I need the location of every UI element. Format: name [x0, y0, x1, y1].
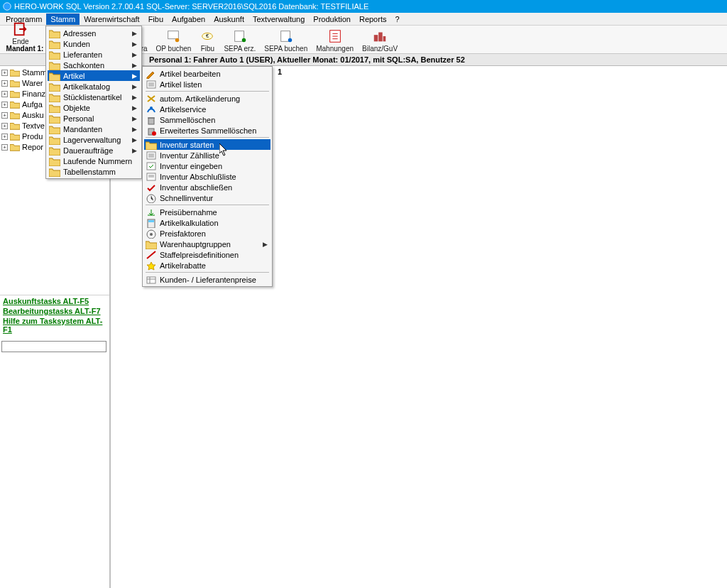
- menu-item-warenhauptgruppen[interactable]: Warenhauptgruppen▶: [144, 239, 270, 249]
- menu-item-label: autom. Artikeländerung: [160, 94, 240, 103]
- menu-item-artikel-bearbeiten[interactable]: Artikel bearbeiten: [144, 68, 270, 79]
- menu-item-label: Artikel bearbeiten: [160, 70, 221, 78]
- menu-item-st-cklistenartikel[interactable]: Stücklistenartikel▶: [48, 92, 140, 102]
- menu-warenwirtschaft[interactable]: Warenwirtschaft: [80, 13, 143, 25]
- tool-icon: [165, 28, 181, 44]
- toolbar-sepa-buchen[interactable]: SEPA buchen: [264, 28, 307, 53]
- menu-textverwaltung[interactable]: Textverwaltung: [248, 13, 309, 25]
- toolbar-label: SEPA buchen: [264, 45, 307, 53]
- menu-aufgaben[interactable]: Aufgaben: [168, 13, 209, 25]
- tree-label: Aufga: [22, 100, 43, 109]
- menu-item-label: Daueraufträge: [63, 146, 113, 155]
- menu-item-lagerverwaltung[interactable]: Lagerverwaltung▶: [48, 134, 140, 145]
- svg-point-7: [175, 38, 180, 43]
- menu-item-artikelkatalog[interactable]: Artikelkatalog▶: [48, 81, 140, 92]
- item-icon: [146, 218, 157, 228]
- search-input[interactable]: [1, 341, 106, 352]
- submenu-arrow-icon: ▶: [132, 104, 137, 111]
- expand-icon[interactable]: +: [1, 70, 8, 76]
- menu-item-inventur-abschlie-en[interactable]: Inventur abschließen: [144, 182, 270, 192]
- menu-item-lieferanten[interactable]: Lieferanten▶: [48, 49, 140, 60]
- expand-icon[interactable]: +: [1, 134, 8, 140]
- toolbar-fibu[interactable]: €Fibu: [199, 28, 215, 53]
- menu-item-label: Mandanten: [63, 125, 102, 134]
- tree-label: Textve: [22, 121, 45, 130]
- search-box: [1, 341, 108, 352]
- titlebar: HERO-WORK SQL Version 2.7.00.41 SQL-Serv…: [0, 0, 727, 13]
- menu-item-kunden-lieferantenpreise[interactable]: Kunden- / Lieferantenpreise: [144, 274, 270, 285]
- svg-rect-20: [148, 118, 154, 124]
- menu-item-inventur-starten[interactable]: Inventur starten: [144, 139, 270, 150]
- svg-point-13: [288, 38, 292, 43]
- task-links: Auskunftstasks ALT-F5Bearbeitungstasks A…: [0, 295, 109, 339]
- menu-item-label: Laufende Nummern: [63, 157, 132, 165]
- item-icon: [49, 156, 60, 166]
- menu-item-mandanten[interactable]: Mandanten▶: [48, 124, 140, 134]
- expand-icon[interactable]: +: [1, 144, 8, 151]
- menu-?[interactable]: ?: [390, 13, 403, 25]
- menu-item-kunden[interactable]: Kunden▶: [48, 38, 140, 49]
- menu-item-inventur-abschlu-liste[interactable]: Inventur Abschlußliste: [144, 171, 270, 182]
- expand-icon[interactable]: +: [1, 102, 8, 108]
- task-link[interactable]: Auskunftstasks ALT-F5: [3, 297, 106, 305]
- folder-icon: [10, 100, 20, 109]
- task-link[interactable]: Bearbeitungstasks ALT-F7: [3, 307, 106, 315]
- task-link[interactable]: Hilfe zum Tasksystem ALT-F1: [3, 317, 106, 334]
- toolbar-sepa-erz-[interactable]: SEPA erz.: [224, 28, 256, 53]
- exit-icon: [13, 21, 28, 37]
- svg-point-22: [152, 131, 156, 136]
- svg-point-0: [4, 3, 11, 11]
- menu-item-erweitertes-sammell-schen[interactable]: Erweitertes Sammellöschen: [144, 125, 270, 136]
- menu-item-preis-bernahme[interactable]: Preisübernahme: [144, 207, 270, 217]
- svg-rect-16: [378, 33, 383, 42]
- menu-item-inventur-eingeben[interactable]: Inventur eingeben: [144, 160, 270, 171]
- menu-item-artikelkalkulation[interactable]: Artikelkalkulation: [144, 217, 270, 228]
- menu-item-adressen[interactable]: Adressen▶: [48, 28, 140, 38]
- toolbar-bilanz-guv[interactable]: Bilanz/GuV: [362, 28, 398, 53]
- menu-item-laufende-nummern[interactable]: Laufende Nummern: [48, 156, 140, 166]
- menu-item-preisfaktoren[interactable]: Preisfaktoren: [144, 228, 270, 239]
- menu-auskunft[interactable]: Auskunft: [209, 13, 248, 25]
- menu-item-autom-artikel-nderung[interactable]: autom. Artikeländerung: [144, 93, 270, 104]
- tree-label: Stamm: [22, 68, 47, 77]
- menu-item-objekte[interactable]: Objekte▶: [48, 102, 140, 113]
- toolbar-ende[interactable]: Ende: [12, 21, 28, 45]
- toolbar-mahnungen[interactable]: Mahnungen: [316, 28, 354, 53]
- menu-item-tabellenstamm[interactable]: Tabellenstamm: [48, 166, 140, 177]
- menu-item-label: Staffelpreisdefinitionen: [160, 251, 239, 259]
- menu-item-label: Sachkonten: [63, 61, 104, 70]
- menu-item-label: Artikelkalkulation: [160, 219, 219, 227]
- menu-item-artikel-listen[interactable]: Artikel listen: [144, 79, 270, 89]
- menu-item-personal[interactable]: Personal▶: [48, 113, 140, 124]
- menu-item-staffelpreisdefinitionen[interactable]: Staffelpreisdefinitionen: [144, 249, 270, 260]
- menu-stamm: Adressen▶Kunden▶Lieferanten▶Sachkonten▶A…: [45, 26, 142, 179]
- submenu-arrow-icon: ▶: [132, 94, 137, 101]
- item-icon: [146, 80, 157, 89]
- menu-separator: [146, 272, 269, 273]
- toolbar-label: Fibu: [201, 45, 214, 53]
- expand-icon[interactable]: +: [1, 91, 8, 97]
- menu-stamm[interactable]: Stamm: [46, 13, 80, 25]
- menu-item-artikelrabatte[interactable]: Artikelrabatte: [144, 260, 270, 271]
- menu-item-inventur-z-hlliste[interactable]: Inventur Zählliste: [144, 150, 270, 160]
- menu-item-artikelservice[interactable]: Artikelservice: [144, 104, 270, 114]
- expand-icon[interactable]: +: [1, 80, 8, 87]
- svg-rect-6: [168, 31, 179, 39]
- svg-rect-28: [148, 220, 154, 222]
- menu-item-schnellinventur[interactable]: Schnellinventur: [144, 192, 270, 203]
- menu-item-sammell-schen[interactable]: Sammellöschen: [144, 114, 270, 125]
- menu-item-sachkonten[interactable]: Sachkonten▶: [48, 60, 140, 70]
- toolbar-op-buchen[interactable]: OP buchen: [156, 28, 192, 53]
- menu-item-artikel[interactable]: Artikel▶: [48, 70, 140, 81]
- expand-icon[interactable]: +: [1, 123, 8, 129]
- item-icon: [146, 126, 157, 136]
- menu-item-dauerauftr-ge[interactable]: Daueraufträge▶: [48, 145, 140, 156]
- menu-item-label: Inventur Abschlußliste: [160, 173, 236, 181]
- item-icon: [146, 69, 157, 79]
- svg-point-30: [150, 233, 153, 236]
- menu-reports[interactable]: Reports: [355, 13, 391, 25]
- expand-icon[interactable]: +: [1, 112, 8, 119]
- menu-fibu[interactable]: Fibu: [144, 13, 168, 25]
- menu-produktion[interactable]: Produktion: [309, 13, 355, 25]
- menu-item-label: Inventur Zählliste: [160, 151, 219, 160]
